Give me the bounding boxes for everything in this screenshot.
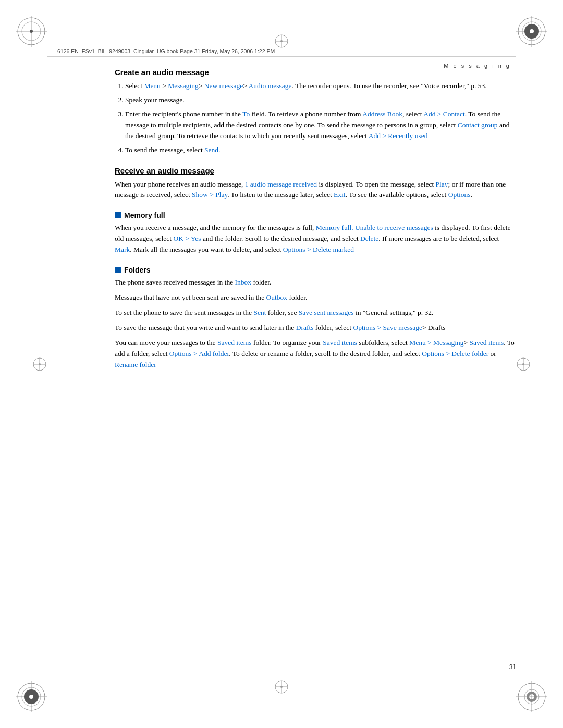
svg-point-17: [29, 695, 33, 699]
blue-square-icon: [115, 212, 121, 218]
corner-decoration-tr: [516, 16, 547, 47]
page-number: 31: [509, 663, 516, 671]
svg-point-4: [30, 30, 33, 33]
main-content: Create an audio message Select Menu > Me…: [115, 68, 516, 660]
create-audio-title: Create an audio message: [115, 68, 516, 77]
page: 6126.EN_ESv1_BIL_9249003_Cingular_UG.boo…: [0, 0, 563, 728]
svg-point-39: [280, 40, 283, 42]
blue-square-icon-2: [115, 267, 121, 273]
section-receive-audio: Receive an audio message When your phone…: [115, 166, 516, 201]
svg-point-11: [530, 29, 534, 33]
create-audio-steps: Select Menu > Messaging> New message> Au…: [125, 81, 516, 156]
section-folders: Folders The phone saves received message…: [115, 266, 516, 370]
folders-para-3: To set the phone to save the sent messag…: [115, 307, 516, 318]
folders-para-4: To save the message that you write and w…: [115, 323, 516, 334]
memory-full-text: When you receive a message, and the memo…: [115, 223, 516, 255]
step-2: Speak your message.: [125, 95, 516, 106]
section-memory-full: Memory full When you receive a message, …: [115, 211, 516, 255]
bottom-center-cross: [274, 680, 289, 694]
memory-full-title: Memory full: [115, 211, 516, 219]
left-side-cross: [32, 357, 47, 372]
folders-para-5: You can move your messages to the Saved …: [115, 338, 516, 371]
corner-decoration-bl: [16, 681, 47, 712]
corner-decoration-br: [516, 681, 547, 712]
receive-audio-text: When your phone receives an audio messag…: [115, 179, 516, 201]
header-file-info: 6126.EN_ESv1_BIL_9249003_Cingular_UG.boo…: [57, 48, 275, 54]
folders-title: Folders: [115, 266, 516, 274]
step-1: Select Menu > Messaging> New message> Au…: [125, 81, 516, 92]
section-create-audio: Create an audio message Select Menu > Me…: [115, 68, 516, 156]
right-side-cross: [516, 357, 531, 372]
svg-point-27: [39, 363, 41, 365]
top-center-cross: [274, 34, 289, 48]
step-4: To send the message, select Send.: [125, 145, 516, 156]
folders-para-1: The phone saves received messages in the…: [115, 277, 516, 288]
receive-audio-title: Receive an audio message: [115, 166, 516, 175]
svg-point-31: [522, 363, 524, 365]
folders-para-2: Messages that have not yet been sent are…: [115, 292, 516, 303]
step-3: Enter the recipient's phone number in th…: [125, 109, 516, 142]
header-line: [47, 56, 516, 57]
svg-point-35: [280, 686, 283, 688]
corner-decoration-tl: [16, 16, 47, 47]
